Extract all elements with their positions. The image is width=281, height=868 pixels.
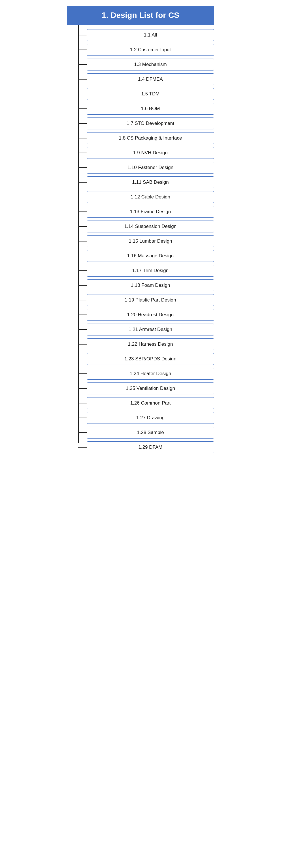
item-label: 1.22 Harness Design xyxy=(87,338,214,350)
list-item[interactable]: 1.15 Lumbar Design xyxy=(78,235,214,247)
list-item[interactable]: 1.14 Suspension Design xyxy=(78,221,214,232)
list-item[interactable]: 1.9 NVH Design xyxy=(78,147,214,159)
list-item[interactable]: 1.4 DFMEA xyxy=(78,73,214,85)
item-label: 1.13 Frame Design xyxy=(87,206,214,218)
item-label: 1.28 Sample xyxy=(87,427,214,438)
list-item[interactable]: 1.12 Cable Design xyxy=(78,191,214,203)
item-label: 1.2 Customer Input xyxy=(87,44,214,56)
list-item[interactable]: 1.24 Heater Design xyxy=(78,368,214,380)
item-label: 1.21 Armrest Design xyxy=(87,323,214,336)
list-item[interactable]: 1.5 TDM xyxy=(78,88,214,100)
list-item[interactable]: 1.20 Headrest Design xyxy=(78,309,214,321)
list-item[interactable]: 1.3 Mechanism xyxy=(78,59,214,70)
list-item[interactable]: 1.22 Harness Design xyxy=(78,338,214,350)
item-label: 1.4 DFMEA xyxy=(87,73,214,85)
list-item[interactable]: 1.29 DFAM xyxy=(78,441,214,453)
list-item[interactable]: 1.7 STO Development xyxy=(78,118,214,129)
item-label: 1.11 SAB Design xyxy=(87,176,214,188)
item-label: 1.18 Foam Design xyxy=(87,279,214,291)
item-label: 1.6 BOM xyxy=(87,103,214,115)
list-item[interactable]: 1.2 Customer Input xyxy=(78,44,214,56)
item-label: 1.14 Suspension Design xyxy=(87,221,214,232)
list-item[interactable]: 1.1 All xyxy=(78,29,214,41)
item-label: 1.26 Common Part xyxy=(87,397,214,409)
list-item[interactable]: 1.11 SAB Design xyxy=(78,176,214,188)
list-item[interactable]: 1.25 Ventilation Design xyxy=(78,382,214,394)
item-label: 1.24 Heater Design xyxy=(87,368,214,380)
item-label: 1.27 Drawing xyxy=(87,412,214,424)
list-item[interactable]: 1.13 Frame Design xyxy=(78,206,214,218)
tree-list: 1.1 All1.2 Customer Input1.3 Mechanism1.… xyxy=(67,25,214,455)
item-label: 1.16 Massage Design xyxy=(87,250,214,262)
list-item[interactable]: 1.10 Fastener Design xyxy=(78,162,214,174)
item-label: 1.12 Cable Design xyxy=(87,191,214,203)
main-container: 1. Design List for CS 1.1 All1.2 Custome… xyxy=(67,6,214,455)
list-item[interactable]: 1.16 Massage Design xyxy=(78,250,214,262)
list-item[interactable]: 1.6 BOM xyxy=(78,103,214,115)
item-label: 1.7 STO Development xyxy=(87,118,214,129)
item-label: 1.20 Headrest Design xyxy=(87,309,214,321)
page-title: 1. Design List for CS xyxy=(67,6,214,25)
item-label: 1.8 CS Packaging & Interface xyxy=(87,132,214,144)
item-label: 1.9 NVH Design xyxy=(87,147,214,159)
list-item[interactable]: 1.17 Trim Design xyxy=(78,265,214,277)
list-item[interactable]: 1.8 CS Packaging & Interface xyxy=(78,132,214,144)
list-item[interactable]: 1.28 Sample xyxy=(78,427,214,438)
item-label: 1.23 SBR/OPDS Design xyxy=(87,353,214,365)
item-label: 1.29 DFAM xyxy=(87,441,214,453)
item-label: 1.5 TDM xyxy=(87,88,214,100)
item-label: 1.1 All xyxy=(87,29,214,41)
list-item[interactable]: 1.21 Armrest Design xyxy=(78,323,214,336)
item-label: 1.25 Ventilation Design xyxy=(87,382,214,394)
list-item[interactable]: 1.23 SBR/OPDS Design xyxy=(78,353,214,365)
item-label: 1.17 Trim Design xyxy=(87,265,214,277)
item-label: 1.19 Plastic Part Design xyxy=(87,294,214,306)
list-item[interactable]: 1.26 Common Part xyxy=(78,397,214,409)
item-label: 1.10 Fastener Design xyxy=(87,162,214,174)
list-item[interactable]: 1.19 Plastic Part Design xyxy=(78,294,214,306)
list-item[interactable]: 1.27 Drawing xyxy=(78,412,214,424)
item-label: 1.3 Mechanism xyxy=(87,59,214,70)
list-item[interactable]: 1.18 Foam Design xyxy=(78,279,214,291)
item-label: 1.15 Lumbar Design xyxy=(87,235,214,247)
